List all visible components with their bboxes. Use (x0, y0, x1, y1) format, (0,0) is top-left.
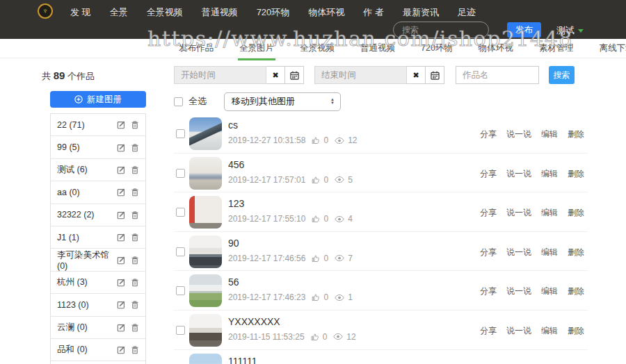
move-to-album-select[interactable]: 移动到其他图册 ▲▼ (224, 92, 341, 111)
edit-icon[interactable] (117, 300, 126, 309)
edit-icon[interactable] (117, 188, 126, 197)
publish-button[interactable]: 发布 (507, 22, 541, 38)
album-row[interactable]: aa (0) (51, 181, 145, 204)
nav-item-panorama-video[interactable]: 全景视频 (147, 6, 183, 19)
album-row[interactable]: 32322 (2) (51, 204, 145, 226)
share-link[interactable]: 分享 (480, 168, 497, 180)
search-button[interactable]: 搜索 (549, 66, 575, 84)
work-thumbnail[interactable] (189, 274, 222, 307)
work-checkbox[interactable] (176, 286, 185, 295)
start-time-clear-button[interactable]: ✖ (266, 66, 285, 84)
comment-link[interactable]: 说一说 (506, 129, 531, 140)
select-all-checkbox[interactable] (174, 97, 183, 106)
tab-object-view[interactable]: 物体环视 (477, 39, 515, 58)
edit-icon[interactable] (117, 256, 126, 265)
end-time-clear-button[interactable]: ✖ (407, 66, 426, 84)
nav-item-footprint[interactable]: 足迹 (458, 6, 476, 19)
edit-icon[interactable] (117, 143, 126, 152)
share-link[interactable]: 分享 (480, 129, 497, 140)
edit-icon[interactable] (117, 120, 126, 129)
work-checkbox[interactable] (176, 208, 185, 217)
trash-icon[interactable] (131, 210, 139, 220)
delete-link[interactable]: 删除 (568, 247, 584, 258)
trash-icon[interactable] (131, 323, 139, 332)
nav-item-news[interactable]: 最新资讯 (403, 6, 439, 19)
comment-link[interactable]: 说一说 (506, 168, 531, 180)
edit-link[interactable]: 编辑 (541, 247, 558, 258)
navbar-search-input[interactable] (393, 22, 489, 38)
nav-item-discover[interactable]: 发 现 (70, 6, 91, 19)
work-thumbnail[interactable] (189, 117, 222, 150)
trash-icon[interactable] (131, 188, 139, 197)
trash-icon[interactable] (131, 143, 139, 152)
share-link[interactable]: 分享 (480, 286, 497, 297)
work-name-input[interactable] (456, 66, 539, 84)
nav-item-normal-video[interactable]: 普通视频 (202, 6, 238, 19)
work-checkbox[interactable] (176, 129, 185, 138)
tab-normal-video[interactable]: 普通视频 (359, 39, 396, 58)
nav-item-object-view[interactable]: 物体环视 (308, 6, 344, 19)
share-link[interactable]: 分享 (480, 247, 497, 258)
delete-link[interactable]: 删除 (568, 207, 584, 219)
album-row[interactable]: J1 (1) (51, 226, 145, 249)
nav-item-panorama[interactable]: 全景 (110, 6, 128, 19)
work-thumbnail[interactable] (189, 314, 222, 347)
album-row[interactable]: 杭州 (3) (51, 272, 145, 294)
trash-icon[interactable] (131, 278, 139, 287)
site-logo-icon[interactable]: ♆ (38, 3, 53, 19)
user-menu[interactable]: 测试 (556, 24, 584, 37)
tab-offline-download[interactable]: 离线下载 (598, 39, 626, 58)
trash-icon[interactable] (131, 345, 139, 354)
start-time-calendar-button[interactable] (285, 66, 304, 84)
tab-panorama-image[interactable]: 全景图片 (238, 39, 275, 60)
work-thumbnail[interactable] (189, 196, 222, 229)
tab-material-manage[interactable]: 素材管理 (538, 39, 575, 58)
album-row[interactable]: 测试 (6) (51, 159, 145, 181)
share-link[interactable]: 分享 (480, 325, 497, 337)
work-thumbnail[interactable] (189, 157, 222, 190)
edit-icon[interactable] (117, 323, 126, 332)
trash-icon[interactable] (131, 256, 139, 265)
trash-icon[interactable] (131, 233, 139, 242)
edit-link[interactable]: 编辑 (541, 129, 558, 140)
edit-icon[interactable] (117, 345, 126, 354)
work-thumbnail[interactable] (189, 235, 222, 268)
edit-link[interactable]: 编辑 (541, 325, 558, 337)
album-row[interactable]: 李可染美术馆 (0) (51, 249, 145, 271)
end-time-input[interactable] (314, 66, 407, 84)
album-row[interactable]: 22 (71) (51, 114, 145, 136)
edit-icon[interactable] (117, 233, 126, 242)
start-time-input[interactable] (174, 66, 266, 84)
comment-link[interactable]: 说一说 (506, 286, 531, 297)
delete-link[interactable]: 删除 (568, 325, 584, 337)
work-checkbox[interactable] (176, 247, 185, 256)
work-thumbnail[interactable] (189, 354, 222, 364)
edit-link[interactable]: 编辑 (541, 207, 558, 219)
album-row[interactable]: 1123 (0) (51, 294, 145, 316)
tab-publish-work[interactable]: 发布作品 (177, 39, 215, 58)
share-link[interactable]: 分享 (480, 207, 497, 219)
work-checkbox[interactable] (176, 326, 185, 335)
comment-link[interactable]: 说一说 (506, 247, 531, 258)
album-row[interactable]: 品和 (0) (51, 339, 145, 361)
delete-link[interactable]: 删除 (568, 286, 584, 297)
edit-icon[interactable] (117, 278, 126, 287)
trash-icon[interactable] (131, 165, 139, 174)
comment-link[interactable]: 说一说 (506, 325, 531, 337)
edit-icon[interactable] (117, 210, 126, 220)
album-row[interactable]: 99 (5) (51, 136, 145, 158)
comment-link[interactable]: 说一说 (506, 207, 531, 219)
album-row[interactable]: 云澜 (0) (51, 317, 145, 339)
nav-item-author[interactable]: 作 者 (363, 6, 384, 19)
edit-link[interactable]: 编辑 (541, 286, 558, 297)
nav-item-720-object[interactable]: 720环物 (257, 6, 290, 19)
edit-icon[interactable] (117, 165, 126, 174)
edit-link[interactable]: 编辑 (541, 168, 558, 180)
trash-icon[interactable] (131, 300, 139, 309)
work-checkbox[interactable] (176, 169, 185, 178)
trash-icon[interactable] (131, 120, 139, 129)
end-time-calendar-button[interactable] (426, 66, 444, 84)
new-album-button[interactable]: 新建图册 (50, 91, 146, 108)
delete-link[interactable]: 删除 (568, 129, 584, 140)
tab-panorama-video[interactable]: 全景视频 (298, 39, 336, 58)
